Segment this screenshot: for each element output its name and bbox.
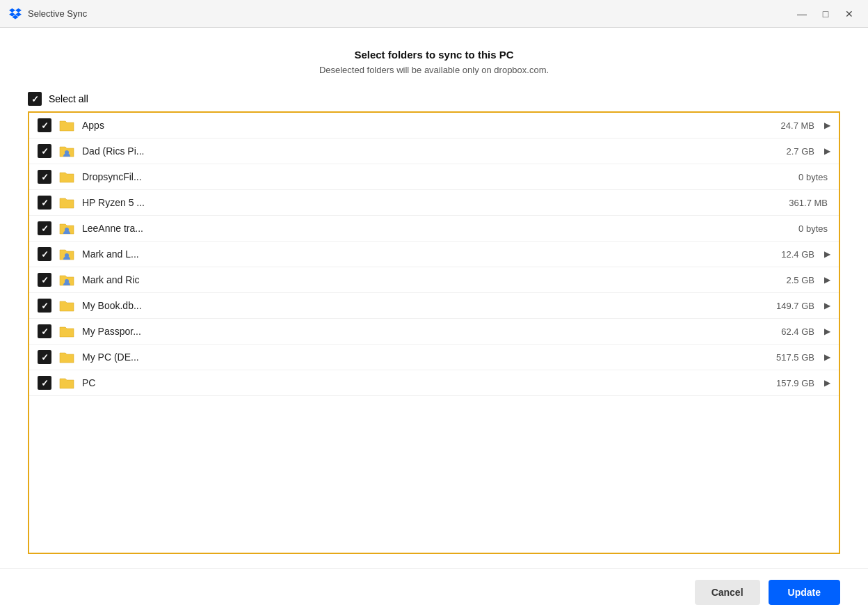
select-all-row[interactable]: Select all — [28, 92, 840, 106]
folder-checkbox[interactable] — [38, 324, 51, 338]
folder-checkbox[interactable] — [38, 144, 51, 158]
folder-checkbox[interactable] — [38, 350, 51, 364]
folder-size: 24.7 MB — [752, 120, 814, 131]
dropbox-icon — [8, 7, 22, 21]
folder-size: 2.5 GB — [752, 275, 814, 285]
maximize-button[interactable]: □ — [815, 6, 836, 22]
cancel-button[interactable]: Cancel — [695, 580, 760, 605]
folder-name: LeeAnne tra... — [82, 223, 758, 234]
folder-icon — [58, 144, 75, 158]
folder-size: 0 bytes — [765, 223, 828, 234]
folder-name: HP Ryzen 5 ... — [82, 197, 758, 208]
folder-name: Mark and Ric — [82, 274, 745, 285]
folder-checkbox[interactable] — [38, 247, 51, 261]
folder-icon — [58, 196, 75, 210]
file-list-container: Apps24.7 MB▶ Dad (Rics Pi...2.7 GB▶ Drop… — [28, 111, 840, 554]
folder-checkbox[interactable] — [38, 376, 51, 390]
selective-sync-window: Selective Sync — □ ✕ Select folders to s… — [0, 0, 868, 616]
folder-size: 0 bytes — [765, 172, 828, 182]
folder-checkbox[interactable] — [38, 299, 51, 313]
folder-name: Mark and L... — [82, 248, 745, 260]
folder-checkbox[interactable] — [38, 273, 51, 287]
file-list-scroll[interactable]: Apps24.7 MB▶ Dad (Rics Pi...2.7 GB▶ Drop… — [29, 113, 839, 553]
minimize-button[interactable]: — — [791, 6, 812, 22]
dialog-title: Select folders to sync to this PC — [28, 49, 840, 61]
table-row[interactable]: LeeAnne tra...0 bytes — [29, 216, 839, 242]
folder-icon — [58, 350, 75, 364]
dialog-header: Select folders to sync to this PC Desele… — [28, 49, 840, 75]
table-row[interactable]: Dad (Rics Pi...2.7 GB▶ — [29, 139, 839, 164]
select-all-label: Select all — [49, 93, 88, 104]
folder-checkbox[interactable] — [38, 118, 51, 132]
expand-arrow-icon[interactable]: ▶ — [824, 326, 830, 336]
expand-arrow-icon[interactable]: ▶ — [824, 301, 830, 310]
expand-arrow-icon[interactable]: ▶ — [824, 378, 830, 388]
expand-arrow-icon[interactable]: ▶ — [824, 146, 830, 156]
folder-icon — [58, 324, 75, 338]
folder-icon — [58, 170, 75, 184]
folder-name: My PC (DE... — [82, 352, 745, 363]
table-row[interactable]: My PC (DE...517.5 GB▶ — [29, 345, 839, 370]
folder-name: DropsyncFil... — [82, 171, 758, 182]
dialog-subtitle: Deselected folders will be available onl… — [28, 65, 840, 75]
folder-size: 12.4 GB — [752, 249, 814, 260]
table-row[interactable]: PC157.9 GB▶ — [29, 370, 839, 396]
folder-icon — [58, 221, 75, 235]
folder-icon — [58, 299, 75, 313]
table-row[interactable]: Mark and Ric2.5 GB▶ — [29, 267, 839, 293]
folder-icon — [58, 118, 75, 132]
folder-name: My Passpor... — [82, 326, 745, 337]
folder-checkbox[interactable] — [38, 221, 51, 235]
dialog-content: Select folders to sync to this PC Desele… — [0, 28, 868, 568]
folder-icon — [58, 247, 75, 261]
folder-size: 62.4 GB — [752, 326, 814, 337]
table-row[interactable]: Mark and L...12.4 GB▶ — [29, 242, 839, 267]
expand-arrow-icon[interactable]: ▶ — [824, 352, 830, 362]
folder-name: Apps — [82, 120, 745, 131]
folder-checkbox[interactable] — [38, 170, 51, 184]
dialog-footer: Cancel Update — [0, 568, 868, 616]
folder-list: Apps24.7 MB▶ Dad (Rics Pi...2.7 GB▶ Drop… — [29, 113, 839, 396]
window-title: Selective Sync — [28, 8, 791, 19]
update-button[interactable]: Update — [769, 580, 840, 605]
folder-size: 149.7 GB — [752, 301, 814, 311]
table-row[interactable]: HP Ryzen 5 ...361.7 MB — [29, 190, 839, 216]
expand-arrow-icon[interactable]: ▶ — [824, 120, 830, 130]
folder-icon — [58, 376, 75, 390]
select-all-checkbox[interactable] — [28, 92, 42, 106]
folder-name: My Book.db... — [82, 300, 745, 311]
window-controls: — □ ✕ — [791, 6, 860, 22]
expand-arrow-icon[interactable]: ▶ — [824, 275, 830, 285]
folder-size: 157.9 GB — [752, 378, 814, 388]
close-button[interactable]: ✕ — [839, 6, 860, 22]
folder-name: Dad (Rics Pi... — [82, 145, 745, 157]
table-row[interactable]: My Book.db...149.7 GB▶ — [29, 293, 839, 319]
folder-icon — [58, 273, 75, 287]
folder-size: 361.7 MB — [765, 198, 828, 208]
folder-name: PC — [82, 377, 745, 388]
table-row[interactable]: DropsyncFil...0 bytes — [29, 164, 839, 190]
title-bar: Selective Sync — □ ✕ — [0, 0, 868, 28]
folder-size: 517.5 GB — [752, 352, 814, 363]
folder-size: 2.7 GB — [752, 146, 814, 157]
table-row[interactable]: My Passpor...62.4 GB▶ — [29, 319, 839, 345]
table-row[interactable]: Apps24.7 MB▶ — [29, 113, 839, 139]
folder-checkbox[interactable] — [38, 196, 51, 210]
expand-arrow-icon[interactable]: ▶ — [824, 249, 830, 259]
